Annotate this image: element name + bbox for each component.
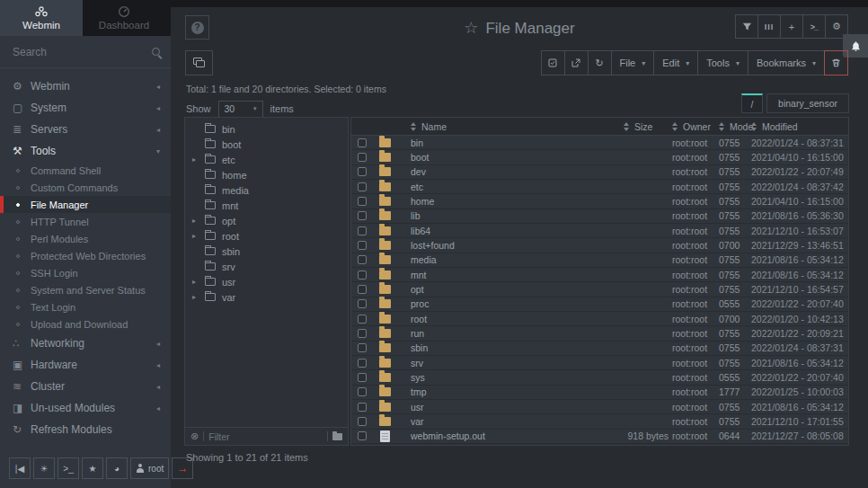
column-header-size[interactable]: Size [624,121,672,132]
tab-dashboard[interactable]: Dashboard [83,0,165,36]
column-header-mode[interactable]: Mode [719,121,751,132]
sidebar-item[interactable]: ▢ System ◂ [0,97,171,119]
file-name[interactable]: tmp [411,386,427,397]
sort-icon[interactable] [751,122,757,131]
file-name[interactable]: srv [411,358,423,368]
language-button[interactable]: ◕ [106,457,128,479]
column-header-owner[interactable]: Owner [672,121,719,132]
file-name[interactable]: opt [411,284,424,295]
terminal-button[interactable]: >_ [58,457,79,479]
sidebar-subitem[interactable]: Perl Modules [0,230,171,247]
file-name[interactable]: sbin [411,342,428,353]
tree-item[interactable]: ▸ sbin [185,244,348,259]
row-checkbox[interactable] [358,299,367,308]
table-row[interactable]: sys root:root 0555 2022/01/22 - 20:07:40 [351,370,848,385]
breadcrumb-root[interactable]: / [741,93,763,113]
row-checkbox[interactable] [358,329,367,338]
row-checkbox[interactable] [358,153,367,162]
file-name[interactable]: lost+found [411,240,455,251]
table-row[interactable]: webmin-setup.out 918 bytes root:root 064… [351,430,848,444]
row-checkbox[interactable] [358,431,367,440]
file-name[interactable]: mnt [411,270,427,280]
favorite-star-icon[interactable]: ☆ [464,19,478,37]
table-row[interactable]: var root:root 0755 2021/12/10 - 17:01:55 [351,414,848,429]
tools-menu-button[interactable]: Tools ▾ [697,50,748,75]
table-row[interactable]: mnt root:root 0755 2021/08/16 - 05:34:12 [351,268,848,282]
row-checkbox[interactable] [358,226,367,235]
row-checkbox[interactable] [358,359,367,368]
file-menu-button[interactable]: File ▾ [611,50,655,75]
delete-button[interactable] [824,50,848,75]
search-input[interactable] [13,46,152,58]
sort-icon[interactable] [624,122,630,131]
sidebar-subitem[interactable]: HTTP Tunnel [0,213,171,230]
table-row[interactable]: srv root:root 0755 2021/08/16 - 05:34:12 [351,356,848,370]
row-checkbox[interactable] [358,387,367,396]
table-row[interactable]: proc root:root 0555 2022/01/22 - 20:07:4… [351,297,848,312]
table-row[interactable]: dev root:root 0755 2022/01/22 - 20:07:49 [351,165,848,180]
file-name[interactable]: var [411,416,424,427]
sidebar-subitem[interactable]: File Manager [0,196,171,213]
paste-buffer-button[interactable] [185,50,213,75]
file-name[interactable]: proc [411,298,429,309]
shell-button[interactable]: >_ [802,14,826,39]
tree-item[interactable]: ▸ mnt [185,198,348,213]
file-name[interactable]: webmin-setup.out [411,430,485,441]
sidebar-item[interactable]: ▣ Hardware ◂ [0,354,171,376]
sidebar-subitem[interactable]: Text Login [0,298,171,315]
expand-arrow-icon[interactable]: ▸ [192,293,204,301]
sidebar-item[interactable]: ≋ Cluster ◂ [0,376,171,397]
tree-item[interactable]: ▸ bin [185,121,348,137]
file-name[interactable]: usr [411,402,424,413]
expand-arrow-icon[interactable]: ▸ [192,278,204,286]
table-row[interactable]: tmp root:root 1777 2022/01/25 - 10:00:03 [351,386,848,400]
add-button[interactable]: + [780,14,803,39]
row-checkbox[interactable] [358,343,367,352]
tree-item[interactable]: ▸ var [185,289,348,305]
sidebar-item[interactable]: ⚙ Webmin ◂ [0,75,171,97]
sort-icon[interactable] [719,122,725,131]
tree-item[interactable]: ▸ root [185,228,348,244]
expand-arrow-icon[interactable]: ▸ [192,217,204,225]
sidebar-item[interactable]: ≣ Servers ◂ [0,119,171,140]
tree-item[interactable]: ▸ usr [185,274,348,289]
file-name[interactable]: run [411,328,424,339]
favorites-button[interactable]: ★ [82,457,103,479]
table-row[interactable]: home root:root 0755 2021/04/10 - 16:15:0… [351,194,848,209]
export-button[interactable] [564,50,589,75]
row-checkbox[interactable] [358,417,367,426]
page-size-select[interactable]: 30 ▾ [218,101,263,118]
file-name[interactable]: etc [411,182,423,192]
table-row[interactable]: usr root:root 0755 2021/08/16 - 05:34:12 [351,400,848,414]
select-all-button[interactable] [541,50,565,75]
file-name[interactable]: home [411,196,434,207]
file-name[interactable]: bin [411,138,423,148]
file-name[interactable]: root [411,314,427,324]
tree-filter-input[interactable] [208,431,323,442]
sidebar-subitem[interactable]: SSH Login [0,264,171,281]
row-checkbox[interactable] [358,255,367,264]
row-checkbox[interactable] [358,315,367,324]
sidebar-subitem[interactable]: Custom Commands [0,179,171,196]
column-header-modified[interactable]: Modified [751,121,848,132]
breadcrumb-current[interactable]: binary_sensor [766,93,849,113]
user-button[interactable]: root [130,457,169,479]
sidebar-subitem[interactable]: Upload and Download [0,315,171,333]
row-checkbox[interactable] [358,211,367,220]
expand-arrow-icon[interactable]: ▸ [192,155,204,164]
row-checkbox[interactable] [358,182,367,191]
tab-webmin[interactable]: Webmin [0,0,83,36]
row-checkbox[interactable] [358,403,367,412]
table-row[interactable]: opt root:root 0755 2021/12/10 - 16:54:57 [351,282,848,297]
tree-item[interactable]: ▸ srv [185,259,348,274]
table-row[interactable]: lost+found root:root 0700 2021/12/29 - 1… [351,238,848,253]
sort-icon[interactable] [672,122,678,131]
table-row[interactable]: lib64 root:root 0755 2021/12/10 - 16:53:… [351,224,848,238]
file-name[interactable]: media [411,254,437,265]
sidebar-item[interactable]: ◨ Un-used Modules ◂ [0,397,171,419]
collapse-sidebar-button[interactable]: |◀ [9,457,31,479]
sidebar-item-tools[interactable]: ⚒ Tools ▾ [0,140,171,162]
row-checkbox[interactable] [358,138,367,147]
sidebar-item[interactable]: ↻ Refresh Modules [0,419,171,440]
tree-item[interactable]: ▸ etc [185,152,348,167]
